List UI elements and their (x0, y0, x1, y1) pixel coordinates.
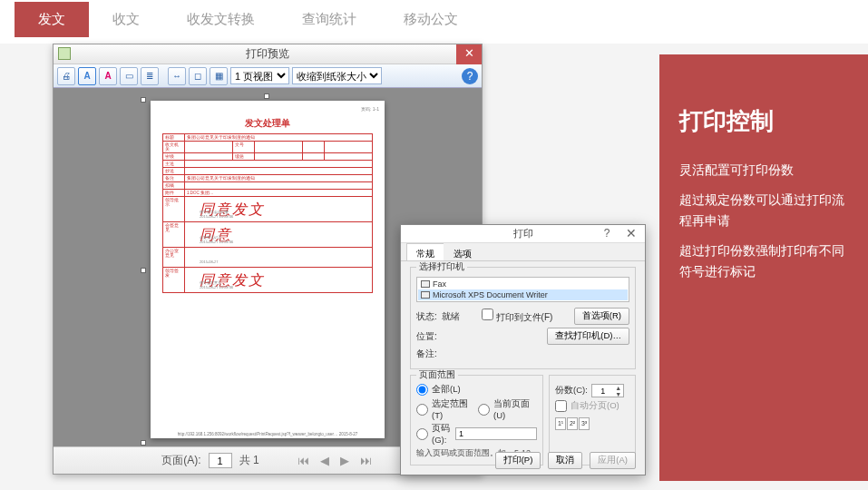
page-label: 页面(A): (161, 453, 200, 468)
print-button[interactable]: 打印(P) (495, 452, 541, 469)
print-to-file-label: 打印到文件(F) (496, 312, 553, 322)
list-item[interactable]: Fax (418, 279, 628, 289)
side-line: 超过打印份数强制打印有不同符号进行标记 (679, 241, 848, 283)
status-label: 状态: (416, 311, 437, 321)
collate-checkbox[interactable] (555, 400, 567, 412)
preferences-button[interactable]: 首选项(R) (574, 308, 629, 325)
copies-label: 份数(C): (555, 385, 588, 397)
range-cur-label: 当前页面(U) (493, 398, 537, 420)
close-icon[interactable]: ✕ (618, 225, 645, 243)
printer-list[interactable]: Fax Microsoft XPS Document Writer (416, 277, 629, 302)
side-panel: 打印控制 灵活配置可打印份数 超过规定份数可以通过打印流程再申请 超过打印份数强… (659, 54, 868, 481)
printer-icon (421, 291, 430, 299)
tab-options[interactable]: 选项 (444, 243, 482, 260)
chevron-up-icon[interactable]: ▲▼ (614, 385, 623, 397)
preview-toolbar: 🖨 A A ▭ ≣ ↔ ◻ ▦ 1 页视图 收缩到纸张大小 ? (54, 64, 482, 88)
range-sel-label: 选定范围(T) (432, 398, 474, 420)
find-printer-button[interactable]: 查找打印机(D)… (547, 328, 629, 345)
cancel-button[interactable]: 取消 (548, 452, 582, 469)
app-icon (58, 47, 71, 60)
footer-url: http://192.168.1.256:8092/workflow/reque… (151, 432, 385, 436)
copies-input[interactable] (592, 387, 614, 396)
preview-title: 打印预览 (246, 46, 289, 62)
group-title: 选择打印机 (416, 261, 467, 273)
note-label: 备注: (416, 348, 437, 360)
landscape-icon[interactable]: A (99, 67, 117, 85)
portrait-icon[interactable]: A (78, 67, 96, 85)
range-pages-label: 页码(G): (432, 423, 452, 445)
view-select[interactable]: 1 页视图 (230, 67, 289, 84)
side-line: 灵活配置可打印份数 (679, 161, 848, 181)
print-titlebar[interactable]: 打印 ? ✕ (401, 225, 645, 243)
prev-page-icon[interactable]: ◀ (318, 454, 331, 467)
tab-receive[interactable]: 收文 (89, 2, 163, 37)
range-pages-radio[interactable] (416, 428, 428, 440)
side-line: 超过规定份数可以通过打印流程再申请 (679, 191, 848, 232)
group-title: 页面范围 (416, 369, 458, 381)
collate-label: 自动分页(O) (571, 400, 619, 412)
zoom-select[interactable]: 收缩到纸张大小 (292, 67, 382, 84)
page-corner: 页码: 1-1 (361, 106, 379, 112)
collate-illustration: 1¹2²3³ (555, 417, 590, 430)
first-page-icon[interactable]: ⏮ (296, 454, 311, 467)
top-nav: 发文 收文 收发文转换 查询统计 移动公文 (0, 0, 868, 44)
next-page-icon[interactable]: ▶ (338, 454, 351, 467)
status-value: 就绪 (442, 311, 460, 321)
range-cur-radio[interactable] (478, 404, 490, 416)
tab-stats[interactable]: 查询统计 (278, 2, 380, 37)
preview-titlebar[interactable]: 打印预览 ✕ (54, 44, 482, 64)
last-page-icon[interactable]: ⏭ (358, 454, 374, 467)
full-width-icon[interactable]: ↔ (168, 67, 186, 85)
tab-convert[interactable]: 收发文转换 (163, 2, 278, 37)
side-title: 打印控制 (679, 105, 848, 137)
page-input[interactable] (209, 453, 232, 468)
range-sel-radio[interactable] (416, 404, 428, 416)
range-all-label: 全部(L) (432, 384, 461, 396)
close-icon[interactable]: ✕ (456, 44, 482, 64)
help-icon[interactable]: ? (462, 68, 478, 84)
copies-stepper[interactable]: ▲▼ (591, 384, 624, 397)
printer-group: 选择打印机 Fax Microsoft XPS Document Writer … (410, 267, 636, 369)
print-dialog: 打印 ? ✕ 常规 选项 选择打印机 Fax Microsoft XPS Doc… (400, 224, 646, 475)
form-table: 标题集团公司意见关于印发制度的通知 收文机关文号 密级缓急 主送 抄送 备注集团… (162, 133, 373, 293)
printer-icon (421, 280, 430, 288)
full-page-icon[interactable]: ◻ (189, 67, 207, 85)
page-total: 共 1 (239, 453, 259, 468)
help-icon[interactable]: ? (596, 225, 618, 243)
tab-mobile[interactable]: 移动公文 (380, 2, 482, 37)
location-label: 位置: (416, 330, 437, 343)
range-all-radio[interactable] (416, 384, 428, 396)
list-item[interactable]: Microsoft XPS Document Writer (418, 289, 628, 300)
print-to-file-checkbox[interactable] (482, 309, 493, 320)
range-input[interactable] (455, 427, 537, 440)
page-setup-icon[interactable]: ▭ (120, 67, 138, 85)
dialog-footer: 打印(P) 取消 应用(A) (495, 452, 636, 469)
form-title: 发文处理单 (162, 117, 373, 130)
dialog-tabs: 常规 选项 (401, 243, 645, 261)
headers-icon[interactable]: ≣ (141, 67, 159, 85)
multi-page-icon[interactable]: ▦ (210, 67, 228, 85)
tab-send[interactable]: 发文 (15, 2, 89, 37)
print-icon[interactable]: 🖨 (57, 67, 75, 85)
apply-button[interactable]: 应用(A) (590, 452, 636, 469)
print-title: 打印 (513, 227, 533, 240)
dialog-body: 选择打印机 Fax Microsoft XPS Document Writer … (401, 261, 645, 476)
tab-general[interactable]: 常规 (406, 243, 444, 260)
preview-page: 页码: 1-1 发文处理单 标题集团公司意见关于印发制度的通知 收文机关文号 密… (151, 101, 385, 438)
